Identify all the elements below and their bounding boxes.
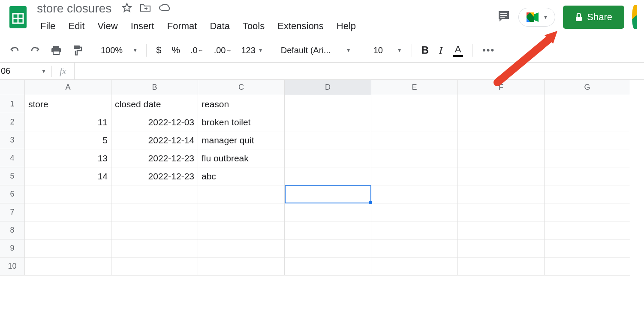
cell-E3[interactable] — [371, 131, 458, 149]
menu-insert[interactable]: Insert — [125, 19, 160, 33]
cell-F6[interactable] — [458, 185, 545, 203]
cell-B9[interactable] — [111, 239, 198, 257]
redo-button[interactable] — [26, 43, 45, 57]
column-header-E[interactable]: E — [371, 80, 458, 95]
cell-F2[interactable] — [458, 113, 545, 131]
cell-E4[interactable] — [371, 149, 458, 167]
cell-C4[interactable]: flu outbreak — [198, 149, 285, 167]
cell-G5[interactable] — [545, 167, 630, 185]
cell-G6[interactable] — [545, 185, 630, 203]
cell-G7[interactable] — [545, 203, 630, 221]
column-header-A[interactable]: A — [25, 80, 111, 95]
cell-D4[interactable] — [285, 149, 371, 167]
cell-D1[interactable] — [285, 95, 371, 113]
paint-format-button[interactable] — [68, 42, 87, 58]
decrease-decimal-button[interactable]: .0← — [186, 43, 208, 58]
row-header-5[interactable]: 5 — [0, 167, 25, 185]
cell-E6[interactable] — [371, 185, 458, 203]
cell-D7[interactable] — [285, 203, 371, 221]
cell-C8[interactable] — [198, 221, 285, 239]
menu-format[interactable]: Format — [161, 19, 203, 33]
cell-D9[interactable] — [285, 239, 371, 257]
name-box[interactable]: 06 ▼ — [0, 66, 51, 76]
column-header-C[interactable]: C — [198, 80, 285, 95]
cell-F1[interactable] — [458, 95, 545, 113]
row-header-10[interactable]: 10 — [0, 257, 25, 276]
cell-F7[interactable] — [458, 203, 545, 221]
move-folder-icon[interactable] — [140, 3, 151, 14]
cell-D2[interactable] — [285, 113, 371, 131]
row-header-9[interactable]: 9 — [0, 239, 25, 257]
share-button[interactable]: Share — [563, 6, 624, 29]
cell-G1[interactable] — [545, 95, 630, 113]
cell-E10[interactable] — [371, 257, 458, 276]
row-header-7[interactable]: 7 — [0, 203, 25, 221]
cell-D5[interactable] — [285, 167, 371, 185]
row-header-4[interactable]: 4 — [0, 149, 25, 167]
text-color-button[interactable]: A — [448, 41, 467, 60]
cell-G3[interactable] — [545, 131, 630, 149]
cell-E8[interactable] — [371, 221, 458, 239]
cell-A8[interactable] — [25, 221, 111, 239]
cell-B8[interactable] — [111, 221, 198, 239]
cell-F9[interactable] — [458, 239, 545, 257]
cell-E2[interactable] — [371, 113, 458, 131]
cell-D10[interactable] — [285, 257, 371, 276]
print-button[interactable] — [46, 42, 66, 58]
bold-button[interactable]: B — [417, 42, 433, 59]
cell-E7[interactable] — [371, 203, 458, 221]
cell-E1[interactable] — [371, 95, 458, 113]
cell-C1[interactable]: reason — [198, 95, 285, 113]
row-header-3[interactable]: 3 — [0, 131, 25, 149]
cell-A6[interactable] — [25, 185, 111, 203]
cell-C5[interactable]: abc — [198, 167, 285, 185]
cell-B7[interactable] — [111, 203, 198, 221]
cell-A7[interactable] — [25, 203, 111, 221]
select-all-corner[interactable] — [0, 80, 25, 95]
more-tools-button[interactable]: ••• — [478, 42, 499, 58]
cell-G4[interactable] — [545, 149, 630, 167]
cell-A9[interactable] — [25, 239, 111, 257]
meet-button[interactable]: ▼ — [518, 8, 555, 27]
cell-B1[interactable]: closed date — [111, 95, 198, 113]
increase-decimal-button[interactable]: .00→ — [210, 43, 236, 58]
document-title[interactable]: store closures — [34, 1, 114, 16]
comments-icon[interactable] — [497, 9, 511, 25]
cell-D3[interactable] — [285, 131, 371, 149]
row-header-8[interactable]: 8 — [0, 221, 25, 239]
star-icon[interactable] — [122, 3, 132, 15]
cell-C3[interactable]: manager quit — [198, 131, 285, 149]
cell-D6[interactable] — [285, 185, 371, 203]
cell-E9[interactable] — [371, 239, 458, 257]
column-header-B[interactable]: B — [111, 80, 198, 95]
cell-B3[interactable]: 2022-12-14 — [111, 131, 198, 149]
font-dropdown[interactable]: Default (Ari...▼ — [277, 44, 355, 57]
undo-button[interactable] — [5, 43, 24, 57]
more-formats-dropdown[interactable]: 123▼ — [238, 44, 266, 57]
column-header-G[interactable]: G — [545, 80, 630, 95]
row-header-2[interactable]: 2 — [0, 113, 25, 131]
row-header-1[interactable]: 1 — [0, 95, 25, 113]
cell-B6[interactable] — [111, 185, 198, 203]
column-header-F[interactable]: F — [458, 80, 545, 95]
cell-A3[interactable]: 5 — [25, 131, 111, 149]
cell-A4[interactable]: 13 — [25, 149, 111, 167]
cell-C9[interactable] — [198, 239, 285, 257]
cell-C7[interactable] — [198, 203, 285, 221]
zoom-dropdown[interactable]: 100% ▼ — [97, 44, 141, 57]
menu-extensions[interactable]: Extensions — [271, 19, 330, 33]
cell-C6[interactable] — [198, 185, 285, 203]
cell-F8[interactable] — [458, 221, 545, 239]
cell-F10[interactable] — [458, 257, 545, 276]
menu-file[interactable]: File — [34, 19, 61, 33]
cell-A10[interactable] — [25, 257, 111, 276]
cell-A5[interactable]: 14 — [25, 167, 111, 185]
cell-G2[interactable] — [545, 113, 630, 131]
cell-G8[interactable] — [545, 221, 630, 239]
currency-button[interactable]: $ — [152, 42, 166, 58]
percent-button[interactable]: % — [167, 42, 184, 58]
menu-data[interactable]: Data — [204, 19, 235, 33]
cell-B5[interactable]: 2022-12-23 — [111, 167, 198, 185]
account-avatar[interactable] — [632, 5, 637, 29]
row-header-6[interactable]: 6 — [0, 185, 25, 203]
